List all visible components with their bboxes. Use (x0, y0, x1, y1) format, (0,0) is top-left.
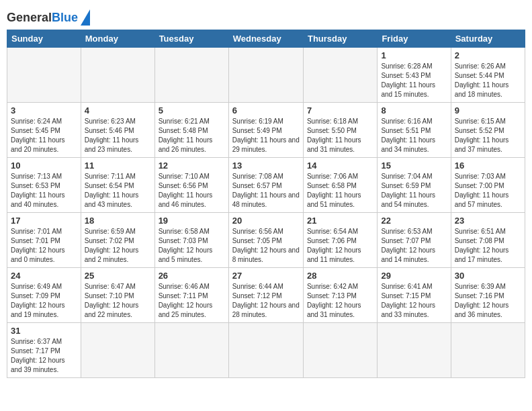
calendar-cell (303, 323, 377, 378)
calendar-table: SundayMondayTuesdayWednesdayThursdayFrid… (7, 30, 525, 378)
day-info: Sunrise: 6:18 AM Sunset: 5:50 PM Dayligh… (307, 117, 373, 154)
day-info: Sunrise: 6:51 AM Sunset: 7:08 PM Dayligh… (455, 227, 521, 265)
calendar-cell: 31Sunrise: 6:37 AM Sunset: 7:17 PM Dayli… (7, 323, 81, 378)
calendar-cell: 26Sunrise: 6:46 AM Sunset: 7:11 PM Dayli… (154, 268, 228, 323)
calendar-cell: 13Sunrise: 7:08 AM Sunset: 6:57 PM Dayli… (228, 158, 303, 213)
calendar-cell: 12Sunrise: 7:10 AM Sunset: 6:56 PM Dayli… (154, 158, 228, 213)
day-number: 20 (232, 216, 300, 226)
day-number: 7 (307, 105, 373, 116)
day-number: 10 (11, 161, 77, 171)
day-info: Sunrise: 6:24 AM Sunset: 5:45 PM Dayligh… (11, 117, 77, 154)
calendar-cell: 19Sunrise: 6:58 AM Sunset: 7:03 PM Dayli… (154, 213, 228, 268)
day-info: Sunrise: 6:59 AM Sunset: 7:02 PM Dayligh… (85, 227, 151, 265)
calendar-cell: 3Sunrise: 6:24 AM Sunset: 5:45 PM Daylig… (7, 103, 81, 158)
day-info: Sunrise: 7:01 AM Sunset: 7:01 PM Dayligh… (11, 227, 77, 265)
day-info: Sunrise: 6:16 AM Sunset: 5:51 PM Dayligh… (381, 117, 447, 154)
calendar-cell (154, 48, 228, 103)
calendar-cell: 14Sunrise: 7:06 AM Sunset: 6:58 PM Dayli… (303, 158, 377, 213)
calendar-cell: 11Sunrise: 7:11 AM Sunset: 6:54 PM Dayli… (81, 158, 154, 213)
calendar-cell: 15Sunrise: 7:04 AM Sunset: 6:59 PM Dayli… (378, 158, 451, 213)
calendar-cell: 23Sunrise: 6:51 AM Sunset: 7:08 PM Dayli… (451, 213, 525, 268)
day-number: 15 (381, 161, 447, 171)
day-info: Sunrise: 6:15 AM Sunset: 5:52 PM Dayligh… (455, 117, 521, 154)
calendar-cell (154, 323, 228, 378)
day-number: 31 (11, 326, 77, 336)
calendar-cell: 4Sunrise: 6:23 AM Sunset: 5:46 PM Daylig… (81, 103, 154, 158)
day-number: 18 (85, 216, 151, 226)
calendar-cell: 10Sunrise: 7:13 AM Sunset: 6:53 PM Dayli… (7, 158, 81, 213)
day-number: 26 (159, 271, 225, 281)
calendar-cell: 18Sunrise: 6:59 AM Sunset: 7:02 PM Dayli… (81, 213, 154, 268)
calendar-cell: 5Sunrise: 6:21 AM Sunset: 5:48 PM Daylig… (154, 103, 228, 158)
day-info: Sunrise: 6:19 AM Sunset: 5:49 PM Dayligh… (232, 117, 300, 154)
day-number: 27 (232, 271, 300, 281)
calendar-cell (228, 48, 303, 103)
calendar-cell: 25Sunrise: 6:47 AM Sunset: 7:10 PM Dayli… (81, 268, 154, 323)
calendar-cell: 6Sunrise: 6:19 AM Sunset: 5:49 PM Daylig… (228, 103, 303, 158)
day-number: 16 (455, 161, 521, 171)
calendar-cell (228, 323, 303, 378)
header: GeneralBlue (7, 7, 525, 26)
day-number: 11 (85, 161, 151, 171)
logo-text: GeneralBlue (7, 11, 78, 24)
weekday-header-row: SundayMondayTuesdayWednesdayThursdayFrid… (7, 30, 525, 48)
calendar-cell (378, 323, 451, 378)
calendar-cell: 29Sunrise: 6:41 AM Sunset: 7:15 PM Dayli… (378, 268, 451, 323)
day-info: Sunrise: 6:54 AM Sunset: 7:06 PM Dayligh… (307, 227, 373, 265)
day-number: 29 (381, 271, 447, 281)
day-number: 2 (455, 50, 521, 60)
calendar-cell: 21Sunrise: 6:54 AM Sunset: 7:06 PM Dayli… (303, 213, 377, 268)
calendar-cell (81, 323, 154, 378)
calendar-cell: 16Sunrise: 7:03 AM Sunset: 7:00 PM Dayli… (451, 158, 525, 213)
day-info: Sunrise: 6:28 AM Sunset: 5:43 PM Dayligh… (381, 62, 447, 99)
day-number: 12 (159, 161, 225, 171)
calendar-cell: 7Sunrise: 6:18 AM Sunset: 5:50 PM Daylig… (303, 103, 377, 158)
week-row: 31Sunrise: 6:37 AM Sunset: 7:17 PM Dayli… (7, 323, 525, 378)
day-info: Sunrise: 6:46 AM Sunset: 7:11 PM Dayligh… (159, 282, 225, 320)
day-number: 19 (159, 216, 225, 226)
week-row: 10Sunrise: 7:13 AM Sunset: 6:53 PM Dayli… (7, 158, 525, 213)
day-number: 6 (232, 105, 300, 116)
day-info: Sunrise: 6:21 AM Sunset: 5:48 PM Dayligh… (159, 117, 225, 154)
day-number: 14 (307, 161, 373, 171)
day-info: Sunrise: 6:37 AM Sunset: 7:17 PM Dayligh… (11, 337, 77, 375)
day-info: Sunrise: 7:11 AM Sunset: 6:54 PM Dayligh… (85, 172, 151, 210)
calendar-cell: 9Sunrise: 6:15 AM Sunset: 5:52 PM Daylig… (451, 103, 525, 158)
calendar-cell: 22Sunrise: 6:53 AM Sunset: 7:07 PM Dayli… (378, 213, 451, 268)
week-row: 24Sunrise: 6:49 AM Sunset: 7:09 PM Dayli… (7, 268, 525, 323)
day-number: 4 (85, 105, 151, 116)
weekday-header: Tuesday (154, 30, 228, 48)
calendar-cell: 27Sunrise: 6:44 AM Sunset: 7:12 PM Dayli… (228, 268, 303, 323)
day-number: 8 (381, 105, 447, 116)
day-number: 13 (232, 161, 300, 171)
day-info: Sunrise: 6:49 AM Sunset: 7:09 PM Dayligh… (11, 282, 77, 320)
day-info: Sunrise: 6:56 AM Sunset: 7:05 PM Dayligh… (232, 227, 300, 265)
week-row: 3Sunrise: 6:24 AM Sunset: 5:45 PM Daylig… (7, 103, 525, 158)
calendar-cell: 2Sunrise: 6:26 AM Sunset: 5:44 PM Daylig… (451, 48, 525, 103)
calendar-cell: 30Sunrise: 6:39 AM Sunset: 7:16 PM Dayli… (451, 268, 525, 323)
day-info: Sunrise: 6:47 AM Sunset: 7:10 PM Dayligh… (85, 282, 151, 320)
calendar-cell (303, 48, 377, 103)
weekday-header: Sunday (7, 30, 81, 48)
day-info: Sunrise: 6:41 AM Sunset: 7:15 PM Dayligh… (381, 282, 447, 320)
week-row: 1Sunrise: 6:28 AM Sunset: 5:43 PM Daylig… (7, 48, 525, 103)
weekday-header: Thursday (303, 30, 377, 48)
day-info: Sunrise: 7:04 AM Sunset: 6:59 PM Dayligh… (381, 172, 447, 210)
calendar-cell (7, 48, 81, 103)
day-number: 28 (307, 271, 373, 281)
day-info: Sunrise: 7:13 AM Sunset: 6:53 PM Dayligh… (11, 172, 77, 210)
day-info: Sunrise: 7:03 AM Sunset: 7:00 PM Dayligh… (455, 172, 521, 210)
calendar-cell: 24Sunrise: 6:49 AM Sunset: 7:09 PM Dayli… (7, 268, 81, 323)
day-number: 24 (11, 271, 77, 281)
week-row: 17Sunrise: 7:01 AM Sunset: 7:01 PM Dayli… (7, 213, 525, 268)
day-info: Sunrise: 7:06 AM Sunset: 6:58 PM Dayligh… (307, 172, 373, 210)
day-number: 22 (381, 216, 447, 226)
day-number: 5 (159, 105, 225, 116)
day-number: 3 (11, 105, 77, 116)
day-info: Sunrise: 7:10 AM Sunset: 6:56 PM Dayligh… (159, 172, 225, 210)
calendar-cell: 1Sunrise: 6:28 AM Sunset: 5:43 PM Daylig… (378, 48, 451, 103)
day-number: 17 (11, 216, 77, 226)
weekday-header: Wednesday (228, 30, 303, 48)
day-number: 25 (85, 271, 151, 281)
day-info: Sunrise: 6:23 AM Sunset: 5:46 PM Dayligh… (85, 117, 151, 154)
